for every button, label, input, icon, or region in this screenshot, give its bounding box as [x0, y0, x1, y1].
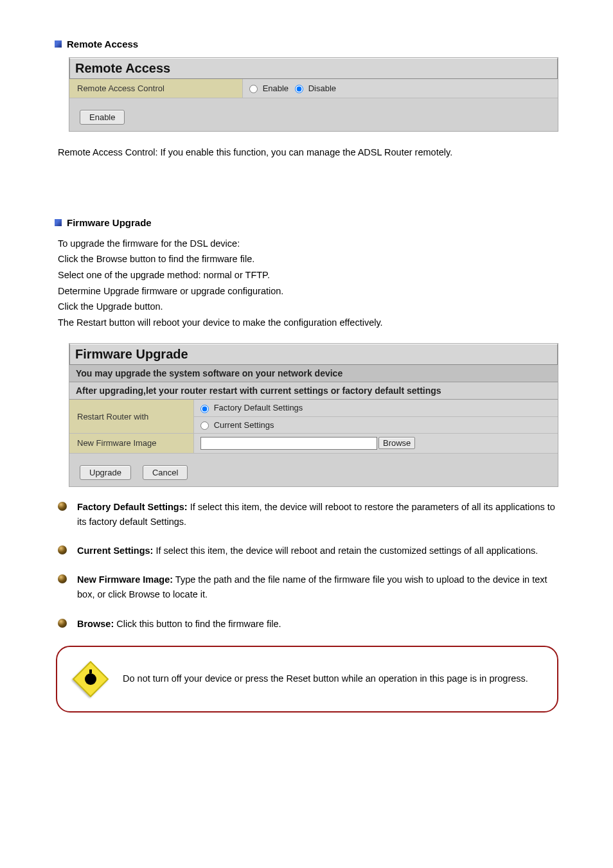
list-item: Current Settings: If select this item, t… — [58, 544, 558, 558]
remote-access-button-row: Enable — [69, 98, 558, 131]
radio-factory-label[interactable]: Factory Default Settings — [200, 403, 303, 412]
firmware-path-input[interactable] — [200, 437, 377, 450]
caution-icon — [73, 661, 109, 697]
row-label-restart-router: Restart Router with — [69, 400, 194, 432]
sphere-bullet-icon — [58, 619, 67, 628]
sphere-bullet-icon — [58, 545, 67, 554]
bullet-label: New Firmware Image: — [77, 574, 173, 585]
sphere-bullet-icon — [58, 502, 67, 511]
intro-line: Determine Upgrade firmware or upgrade co… — [58, 283, 558, 299]
firmware-button-row: Upgrade Cancel — [69, 454, 558, 486]
upgrade-button[interactable]: Upgrade — [80, 465, 131, 480]
remote-access-description: Remote Access Control: If you enable thi… — [58, 145, 558, 161]
square-bullet-icon — [55, 40, 62, 48]
panel-title: Remote Access — [69, 58, 558, 79]
intro-line: The Restart button will reboot your devi… — [58, 315, 558, 331]
intro-line: Click the Upgrade button. — [58, 299, 558, 315]
section-heading-remote-access: Remote Access — [55, 39, 558, 49]
square-bullet-icon — [55, 219, 62, 226]
firmware-intro: To upgrade the firmware for the DSL devi… — [58, 236, 558, 331]
heading-text: Remote Access — [67, 39, 138, 49]
bullet-text: If select this item, the device will reb… — [153, 545, 538, 556]
radio-enable[interactable] — [249, 85, 258, 93]
bullet-label: Current Settings: — [77, 545, 153, 556]
radio-factory-default[interactable] — [200, 405, 209, 413]
list-item: Browse: Click this button to find the fi… — [58, 617, 558, 632]
bullet-label: Factory Default Settings: — [77, 502, 188, 512]
bullet-label: Browse: — [77, 619, 116, 629]
radio-current-settings[interactable] — [200, 421, 209, 430]
heading-text: Firmware Upgrade — [67, 217, 152, 228]
enable-button[interactable]: Enable — [80, 110, 125, 125]
intro-line: Select one of the upgrade method: normal… — [58, 267, 558, 283]
section-heading-firmware-upgrade: Firmware Upgrade — [55, 217, 558, 228]
list-item: Factory Default Settings: If select this… — [58, 500, 558, 529]
info-bar-2: After upgrading,let your router restart … — [69, 382, 558, 400]
caution-text: Do not turn off your device or press the… — [123, 671, 528, 686]
info-bar-1: You may upgrade the system software on y… — [69, 365, 558, 382]
intro-line: To upgrade the firmware for the DSL devi… — [58, 236, 558, 252]
row-label-new-firmware: New Firmware Image — [69, 434, 194, 453]
row-value-remote-access-control: Enable Disable — [243, 79, 558, 98]
row-value-restart-options: Factory Default Settings Current Setting… — [194, 400, 558, 432]
browse-button[interactable]: Browse — [378, 437, 415, 449]
radio-factory-text: Factory Default Settings — [214, 403, 303, 412]
radio-current-label[interactable]: Current Settings — [200, 420, 274, 430]
radio-disable-label[interactable]: Disable — [295, 84, 336, 93]
bullet-text: Click this button to find the firmware f… — [116, 619, 281, 629]
firmware-upgrade-panel: Firmware Upgrade You may upgrade the sys… — [69, 343, 558, 486]
cancel-button[interactable]: Cancel — [143, 465, 188, 480]
sphere-bullet-icon — [58, 574, 67, 583]
radio-enable-label[interactable]: Enable — [249, 84, 289, 93]
panel-title: Firmware Upgrade — [69, 344, 558, 365]
radio-enable-text: Enable — [263, 84, 289, 93]
radio-disable[interactable] — [295, 85, 303, 93]
remote-access-panel: Remote Access Remote Access Control Enab… — [69, 57, 558, 132]
row-label-remote-access-control: Remote Access Control — [69, 79, 243, 98]
radio-disable-text: Disable — [308, 84, 336, 93]
caution-box: Do not turn off your device or press the… — [56, 646, 558, 713]
list-item: New Firmware Image: Type the path and th… — [58, 572, 558, 602]
intro-line: Click the Browse button to find the firm… — [58, 251, 558, 267]
radio-current-text: Current Settings — [214, 420, 274, 430]
firmware-bullet-list: Factory Default Settings: If select this… — [58, 500, 558, 632]
row-value-new-firmware: Browse — [194, 434, 558, 453]
